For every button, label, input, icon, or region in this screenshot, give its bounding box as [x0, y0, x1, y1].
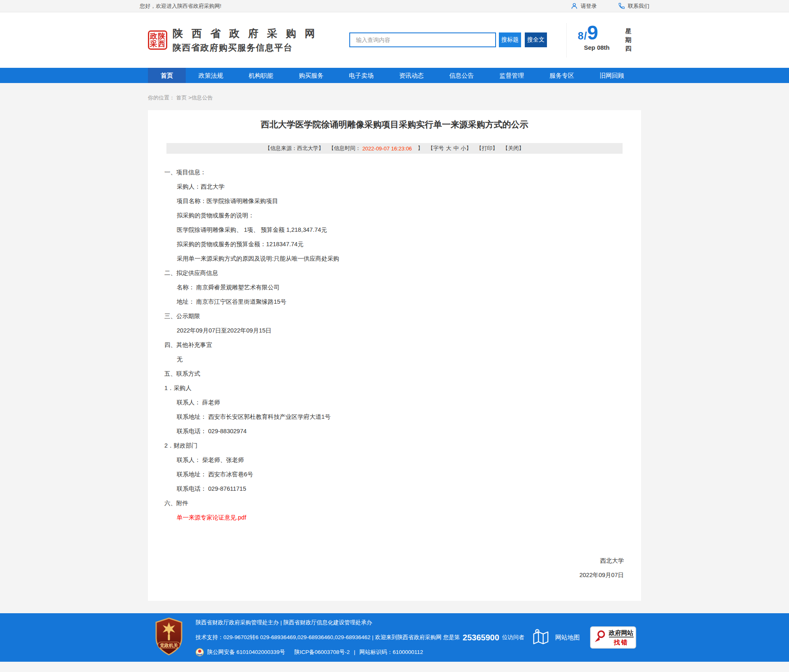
nav-item-supervision[interactable]: 监督管理 [487, 68, 537, 83]
article-paragraph: 名称： 南京舜睿景观雕塑艺术有限公司 [177, 280, 641, 295]
sitemap-label: 网站地图 [555, 634, 580, 642]
magnifier-icon [593, 630, 607, 645]
breadcrumb: 你的位置： 首页 >信息公告 [148, 94, 641, 102]
article-body: 一、项目信息： 采购人：西北大学 项目名称：医学院徐诵明雕像采购项目 拟采购的货… [148, 165, 641, 525]
fontsize-large-button[interactable]: 大 [446, 145, 451, 152]
meta-time-value: 2022-09-07 16:23:06 [362, 145, 412, 152]
article-paragraph: 联系人： 柴老师、张老师 [177, 453, 641, 467]
date-widget: 8 / 9 Sep 08th 星 期 四 [566, 23, 632, 58]
date-english: Sep 08th [584, 44, 610, 51]
footer-sponsor-line: 陕西省财政厅政府采购管理处主办 | 陕西省财政厅信息化建设管理处承办 [196, 615, 524, 630]
section-heading: 六、附件 [164, 496, 641, 510]
article-paragraph: 联系地址： 西安市长安区郭杜教育科技产业区学府大道1号 [177, 410, 641, 424]
site-code: 网站标识码：6100000112 [359, 645, 423, 660]
article-paragraph: 2022年09月07日至2022年09月15日 [177, 323, 641, 338]
login-link[interactable]: 请登录 [571, 2, 597, 10]
page-body: 你的位置： 首页 >信息公告 西北大学医学院徐诵明雕像采购项目采购实行单一来源采… [0, 83, 789, 613]
site-subtitle: 陕西省政府购买服务信息平台 [173, 42, 318, 53]
nav-item-news[interactable]: 资讯动态 [386, 68, 436, 83]
search-bar: 搜标题 搜全文 [349, 32, 547, 47]
search-title-button[interactable]: 搜标题 [499, 32, 521, 47]
login-label: 请登录 [581, 2, 597, 10]
badge-find-error-label: 找错 [614, 638, 629, 646]
article-paragraph: 拟采购的货物或服务的说明： [177, 208, 641, 223]
article-paragraph: 联系人： 薛老师 [177, 395, 641, 410]
fontsize-small-button[interactable]: 小 [461, 145, 466, 152]
article-paragraph: 联系电话： 029-87611715 [177, 482, 641, 496]
print-button[interactable]: 【打印】 [476, 145, 498, 152]
date-day: 9 [587, 23, 598, 43]
section-heading: 三、公示期限 [164, 309, 641, 323]
attachment-pdf-link[interactable]: 单一来源专家论证意见.pdf [177, 510, 641, 525]
article-title: 西北大学医学院徐诵明雕像采购项目采购实行单一来源采购方式的公示 [148, 118, 641, 131]
article-paragraph: 联系地址： 西安市冰窖巷6号 [177, 467, 641, 482]
footer-beian-line: 陕公网安备 61010402000339号 陕ICP备06003708号-2 |… [196, 645, 524, 660]
nav-item-functions[interactable]: 机构职能 [236, 68, 286, 83]
article-paragraph: 地址： 南京市江宁区谷里街道聚缘路15号 [177, 295, 641, 309]
signature-org: 西北大学 [148, 554, 624, 568]
nav-item-e-market[interactable]: 电子卖场 [336, 68, 386, 83]
section-heading: 二、拟定供应商信息 [164, 266, 641, 280]
breadcrumb-label: 你的位置： [148, 95, 175, 101]
report-error-badge[interactable]: 政府网站 找错 [590, 626, 636, 649]
map-icon [532, 628, 550, 647]
search-fulltext-button[interactable]: 搜全文 [525, 32, 547, 47]
date-slash: / [584, 30, 587, 42]
article-signature: 西北大学 2022年09月07日 [148, 554, 641, 582]
nav-item-service-zone[interactable]: 服务专区 [537, 68, 587, 83]
seal-char: 采 [150, 40, 157, 48]
phone-icon [618, 2, 625, 9]
sub-section-heading: 2．财政部门 [164, 439, 641, 453]
nav-item-old-site[interactable]: 旧网回顾 [587, 68, 637, 83]
article-paragraph: 无 [177, 352, 641, 367]
article-paragraph: 项目名称：医学院徐诵明雕像采购项目 [177, 194, 641, 208]
site-header: 政 陕 采 西 陕 西 省 政 府 采 购 网 陕西省政府购买服务信息平台 搜标… [0, 12, 789, 68]
bottom-strip [0, 662, 789, 672]
nav-item-home[interactable]: 首页 [148, 68, 186, 83]
section-heading: 五、联系方式 [164, 367, 641, 381]
user-icon [571, 2, 578, 9]
section-heading: 四、其他补充事宜 [164, 338, 641, 352]
article-meta-bar: 【信息来源：西北大学】 【信息时间： 2022-09-07 16:23:06 】… [166, 143, 623, 154]
seal-char: 政 [150, 32, 157, 40]
welcome-text: 您好，欢迎进入陕西省政府采购网! [140, 2, 221, 10]
meta-time-label: 【信息时间： [329, 145, 361, 152]
footer-support-line: 技术支持：029-96702转6 029-68936469,029-689364… [196, 630, 524, 645]
nav-item-policies[interactable]: 政策法规 [186, 68, 236, 83]
icp-beian[interactable]: 陕ICP备06003708号-2 [294, 645, 350, 660]
sitemap-link[interactable]: 网站地图 [532, 628, 580, 647]
breadcrumb-home-link[interactable]: 首页 [176, 95, 187, 101]
article-card: 西北大学医学院徐诵明雕像采购项目采购实行单一来源采购方式的公示 【信息来源：西北… [148, 110, 641, 601]
article-paragraph: 医学院徐诵明雕像采购、 1项、 预算金额 1,218,347.74元 [177, 223, 641, 237]
seal-logo-icon: 政 陕 采 西 [148, 30, 167, 50]
party-gov-badge-icon: 党政机关 [154, 617, 184, 658]
contact-link[interactable]: 联系我们 [618, 2, 649, 10]
seal-char: 陕 [158, 32, 165, 40]
nav-item-purchase-services[interactable]: 购买服务 [286, 68, 336, 83]
date-month: 8 [578, 30, 584, 42]
visitor-count: 25365900 [463, 630, 499, 645]
seal-char: 西 [158, 40, 165, 48]
meta-time-end: 】 [418, 145, 423, 152]
meta-fontsize-end: 】 [466, 145, 471, 152]
article-paragraph: 采购人：西北大学 [177, 180, 641, 194]
nav-item-announcements[interactable]: 信息公告 [436, 68, 487, 83]
breadcrumb-current: >信息公告 [188, 95, 213, 101]
signature-date: 2022年09月07日 [148, 568, 624, 582]
site-name: 陕 西 省 政 府 采 购 网 [173, 27, 318, 40]
article-paragraph: 采用单一来源采购方式的原因及说明:只能从唯一供应商处采购 [177, 252, 641, 266]
footer: 党政机关 陕西省财政厅政府采购管理处主办 | 陕西省财政厅信息化建设管理处承办 … [0, 613, 789, 662]
topbar: 您好，欢迎进入陕西省政府采购网! 请登录 联系我们 [0, 0, 789, 12]
search-input[interactable] [349, 32, 496, 47]
article-paragraph: 拟采购的货物或服务的预算金额：1218347.74元 [177, 237, 641, 252]
sub-section-heading: 1．采购人 [164, 381, 641, 395]
close-button[interactable]: 【关闭】 [503, 145, 524, 152]
police-beian[interactable]: 陕公网安备 61010402000339号 [207, 645, 285, 660]
section-heading: 一、项目信息： [164, 165, 641, 180]
fontsize-medium-button[interactable]: 中 [453, 145, 459, 152]
article-paragraph: 联系电话： 029-88302974 [177, 424, 641, 439]
site-logo[interactable]: 政 陕 采 西 陕 西 省 政 府 采 购 网 陕西省政府购买服务信息平台 [148, 27, 318, 53]
meta-fontsize-label: 【字号 [428, 145, 444, 152]
police-badge-icon [196, 648, 204, 656]
main-nav: 首页 政策法规 机构职能 购买服务 电子卖场 资讯动态 信息公告 监督管理 服务… [0, 68, 789, 83]
